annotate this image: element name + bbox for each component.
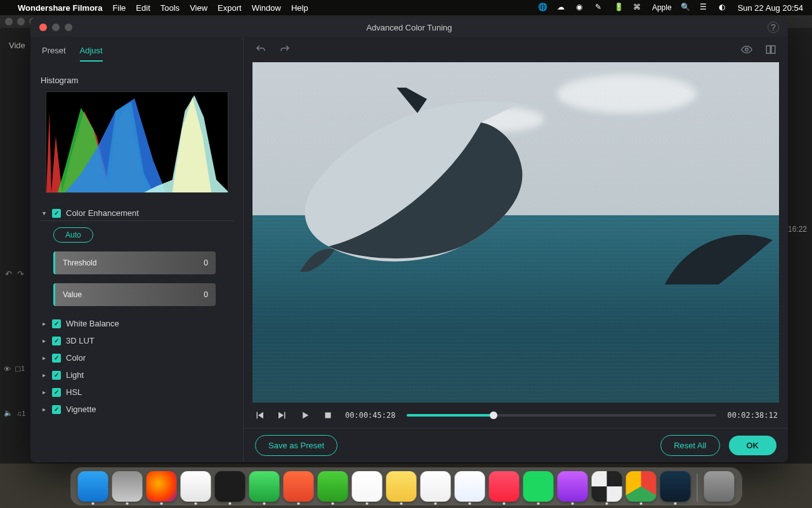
compare-view-icon[interactable] [765,44,776,55]
group-white-balance[interactable]: ▸ ✓ White Balance [39,315,234,332]
play-button[interactable] [299,410,311,421]
help-icon[interactable]: ? [768,22,779,33]
group-light[interactable]: ▸ ✓ Light [39,366,234,384]
menu-edit[interactable]: Edit [136,3,150,13]
group-color[interactable]: ▸ ✓ Color [39,349,234,366]
current-timecode: 00:00:45:28 [345,411,395,420]
menu-export[interactable]: Export [218,3,242,13]
bg-traffic-close[interactable] [5,18,13,25]
dock-app-chess[interactable] [592,471,622,502]
bg-undo-icon[interactable]: ↶ [5,269,12,279]
bg-audio-track-label: 🔈♫1 [4,409,25,417]
dock-app-stickies[interactable] [386,471,417,502]
prev-frame-button[interactable] [254,410,265,421]
adjust-panel: Preset Adjust Histogram ▾ [30,37,244,462]
chevron-right-icon: ▸ [41,354,47,361]
bg-video-track-label: 👁▢1 [4,364,25,373]
slider-value[interactable]: Value 0 [53,283,234,306]
status-battery-icon[interactable]: 🔋 [614,3,624,13]
bg-redo-icon[interactable]: ↷ [17,269,24,279]
status-search-icon[interactable]: 🔍 [681,3,691,13]
tab-preset[interactable]: Preset [42,46,66,62]
checkbox-light[interactable]: ✓ [52,371,61,380]
dock-app-firefox[interactable] [147,471,177,502]
checkbox-vignette[interactable]: ✓ [52,405,61,414]
modal-zoom-button[interactable] [65,23,72,31]
slider-label: Value [63,290,82,299]
dock-app-vscode[interactable] [181,471,211,502]
dock-app-launchpad[interactable] [112,471,143,502]
group-color-enhancement[interactable]: ▾ ✓ Color Enhancement [39,204,234,221]
dock-trash[interactable] [704,471,735,502]
status-pencil-icon[interactable]: ✎ [595,3,605,13]
slider-value: 0 [204,258,208,267]
dock-app-finder[interactable] [78,471,108,502]
save-preset-button[interactable]: Save as Preset [255,435,337,456]
dock-app-spotify[interactable] [523,471,554,502]
dock-app-evernote[interactable] [318,471,348,502]
svg-rect-1 [766,46,770,53]
app-name[interactable]: Wondershare Filmora [18,3,102,13]
chevron-down-icon: ▾ [41,210,47,217]
scrub-bar[interactable] [407,414,716,417]
dock-separator [697,474,698,502]
group-label: White Balance [66,319,119,328]
dock-app-whatsapp[interactable] [249,471,280,502]
checkbox-hsl[interactable]: ✓ [52,388,61,397]
menu-tools[interactable]: Tools [160,3,180,13]
status-user-label[interactable]: Apple [652,3,672,12]
dock-app-todoist[interactable] [284,471,314,502]
menu-window[interactable]: Window [252,3,281,13]
status-cloud-icon[interactable]: ☁︎ [557,3,567,13]
undo-icon[interactable] [255,44,266,55]
status-control-center-icon[interactable]: ☰ [700,3,710,13]
tab-adjust[interactable]: Adjust [80,46,103,62]
status-siri-icon[interactable]: ◐ [719,3,729,13]
slider-threshold[interactable]: Threshold 0 [53,251,234,274]
slider-value: 0 [204,290,208,299]
slider-label: Threshold [63,258,96,267]
bg-side-label: Vide [9,41,25,50]
group-label: 3D LUT [66,336,95,345]
dock-app-terminal[interactable] [215,471,246,502]
stop-button[interactable] [322,410,334,421]
modal-titlebar: Advanced Color Tuning ? [30,18,788,37]
dock-app-textedit[interactable] [421,471,451,502]
transport-bar: 00:00:45:28 00:02:38:12 [244,403,788,428]
menubar-clock[interactable]: Sun 22 Aug 20:54 [738,3,803,13]
redo-icon[interactable] [279,44,291,55]
dock-app-podcasts[interactable] [558,471,588,502]
menu-help[interactable]: Help [291,3,308,13]
status-record-icon[interactable]: ◉ [576,3,586,13]
dock-app-mail[interactable] [455,471,485,502]
dock-app-chrome[interactable] [626,471,657,502]
group-hsl[interactable]: ▸ ✓ HSL [39,384,234,401]
dock-app-notes[interactable] [352,471,383,502]
macos-menubar: Wondershare Filmora File Edit Tools View… [0,0,812,15]
dock-app-music[interactable] [489,471,520,502]
ok-button[interactable]: OK [729,436,777,455]
checkbox-white-balance[interactable]: ✓ [52,319,61,328]
modal-footer: Save as Preset Reset All OK [244,428,788,462]
status-globe-icon[interactable]: 🌐 [538,3,548,13]
preview-toggle-icon[interactable] [741,44,752,55]
checkbox-color[interactable]: ✓ [52,354,61,363]
modal-minimize-button[interactable] [52,23,60,31]
status-link-icon[interactable]: ⌘ [633,3,643,13]
group-3d-lut[interactable]: ▸ ✓ 3D LUT [39,332,234,349]
checkbox-3d-lut[interactable]: ✓ [52,337,61,345]
chevron-right-icon: ▸ [41,371,47,378]
menu-view[interactable]: View [190,3,207,13]
next-frame-button[interactable] [277,410,288,421]
dock-app-filmora[interactable] [660,471,691,502]
auto-button[interactable]: Auto [53,227,93,243]
dolphin-fin-illustration [658,221,779,291]
dolphin-illustration [291,88,557,272]
menu-file[interactable]: File [112,3,126,13]
group-vignette[interactable]: ▸ ✓ Vignette [39,401,234,418]
chevron-right-icon: ▸ [41,320,47,327]
modal-close-button[interactable] [39,23,47,31]
bg-traffic-min[interactable] [17,18,25,25]
reset-all-button[interactable]: Reset All [660,435,719,456]
checkbox-color-enhancement[interactable]: ✓ [52,209,61,218]
